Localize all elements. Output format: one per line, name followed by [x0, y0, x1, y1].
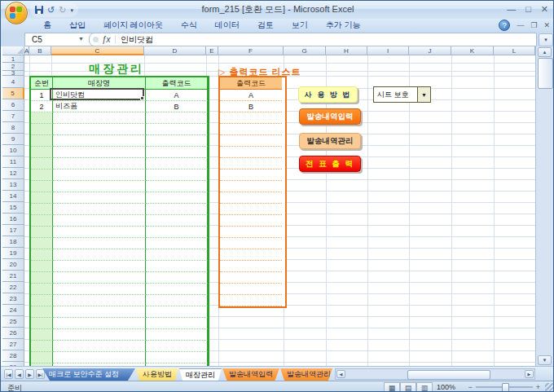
ribbon-tab-데이터[interactable]: 데이터: [215, 20, 240, 31]
cell-B22[interactable]: [31, 284, 53, 295]
horizontal-scrollbar-thumb[interactable]: [407, 370, 490, 380]
qat-more-icon[interactable]: ▾: [70, 6, 73, 15]
code-cell-F6[interactable]: B: [220, 101, 282, 112]
row-header-17[interactable]: 17: [2, 225, 24, 236]
ribbon-tab-추가 기능[interactable]: 추가 기능: [326, 20, 361, 31]
row-header-12[interactable]: 12: [2, 168, 24, 179]
ribbon-tab-수식[interactable]: 수식: [181, 20, 197, 31]
cell-D17[interactable]: [146, 227, 208, 238]
code-cell-F14[interactable]: [220, 192, 282, 204]
row-header-27[interactable]: 27: [2, 339, 24, 350]
column-header-L[interactable]: L: [494, 46, 535, 55]
cell-B18[interactable]: [31, 238, 53, 249]
cell-D20[interactable]: [146, 261, 208, 272]
cell-D9[interactable]: [146, 135, 208, 147]
row-header-1[interactable]: 1: [2, 55, 24, 63]
scroll-right-icon[interactable]: ▶: [525, 370, 534, 378]
cell-C18[interactable]: [53, 238, 146, 249]
cell-D10[interactable]: [146, 147, 208, 158]
ribbon-tab-홈[interactable]: 홈: [43, 20, 51, 31]
cell-C11[interactable]: [53, 158, 146, 170]
ribbon-tab-보기[interactable]: 보기: [292, 20, 308, 31]
cell-D22[interactable]: [146, 284, 208, 295]
row-header-11[interactable]: 11: [2, 156, 24, 168]
dropdown-arrow-icon[interactable]: ▼: [417, 87, 430, 102]
cell-B17[interactable]: [31, 227, 53, 238]
cell-C12[interactable]: [53, 170, 146, 181]
cell-B7[interactable]: [31, 112, 53, 124]
row-header-13[interactable]: 13: [2, 179, 24, 191]
cell-C25[interactable]: [53, 318, 146, 329]
sheet-tab-사용방법[interactable]: 사용방법: [136, 368, 178, 381]
row-header-6[interactable]: 6: [2, 99, 24, 111]
slip-print-button[interactable]: 전 표 출 력: [299, 156, 361, 172]
row-header-19[interactable]: 19: [2, 248, 24, 259]
cell-B12[interactable]: [31, 170, 53, 181]
column-header-C[interactable]: C: [51, 46, 144, 55]
cell-B16[interactable]: [31, 215, 53, 227]
sheet-tab-발송내역관리[interactable]: 발송내역관리: [280, 368, 332, 381]
column-header-E[interactable]: E: [206, 46, 218, 55]
formula-bar[interactable]: ƒx 인비닷컴: [89, 33, 537, 46]
close-button[interactable]: ✕: [541, 4, 548, 15]
resize-grip[interactable]: [545, 383, 553, 391]
cell-B6[interactable]: 2: [31, 101, 53, 112]
code-cell-F9[interactable]: [220, 135, 282, 147]
row-header-7[interactable]: 7: [2, 111, 24, 122]
code-cell-F18[interactable]: [220, 238, 282, 249]
cell-C23[interactable]: [53, 295, 146, 306]
cell-C27[interactable]: [53, 341, 146, 352]
row-header-25[interactable]: 25: [2, 316, 24, 328]
workbook-minimize-button[interactable]: —: [517, 21, 524, 29]
vertical-scrollbar[interactable]: ▲ ▼: [535, 46, 553, 366]
sheet-tab-발송내역입력[interactable]: 발송내역입력: [222, 368, 279, 381]
scroll-up-icon[interactable]: ▲: [538, 47, 552, 57]
cell-B25[interactable]: [31, 318, 53, 329]
cell-C13[interactable]: [53, 181, 146, 192]
cell-D18[interactable]: [146, 238, 208, 249]
cell-C17[interactable]: [53, 227, 146, 238]
cell-B24[interactable]: [31, 306, 53, 318]
row-header-8[interactable]: 8: [2, 122, 24, 134]
cell-C22[interactable]: [53, 284, 146, 295]
cell-D7[interactable]: [146, 112, 208, 124]
cell-D6[interactable]: B: [146, 101, 208, 112]
cell-D12[interactable]: [146, 170, 208, 181]
select-all-corner[interactable]: [2, 46, 24, 55]
normal-view-icon[interactable]: ▦: [384, 382, 400, 392]
column-header-H[interactable]: H: [326, 46, 367, 55]
sheet-tab-매크로 보안수준 설정[interactable]: 매크로 보안수준 설정: [42, 368, 135, 381]
vertical-scrollbar-thumb[interactable]: [538, 58, 553, 89]
row-header-16[interactable]: 16: [2, 214, 24, 225]
cell-D24[interactable]: [146, 306, 208, 318]
sheet-protect-dropdown[interactable]: 시트 보호 ▼: [373, 86, 431, 103]
cell-D27[interactable]: [146, 341, 208, 352]
horizontal-scrollbar[interactable]: ◀ ▶: [335, 368, 535, 380]
cell-D5[interactable]: A: [146, 90, 208, 101]
row-header-23[interactable]: 23: [2, 293, 24, 305]
code-cell-F11[interactable]: [220, 158, 282, 170]
column-header-J[interactable]: J: [409, 46, 451, 55]
cell-C8[interactable]: [53, 124, 146, 135]
cell-C21[interactable]: [53, 272, 146, 284]
zoom-in-icon[interactable]: +: [536, 383, 540, 391]
cell-B10[interactable]: [31, 147, 53, 158]
cell-B9[interactable]: [31, 135, 53, 147]
cell-C16[interactable]: [53, 215, 146, 227]
next-sheet-icon[interactable]: ▶: [25, 369, 34, 379]
workbook-close-button[interactable]: ✕: [543, 21, 550, 29]
insert-function-icon[interactable]: ƒx: [102, 35, 116, 44]
office-button[interactable]: [5, 2, 28, 24]
cell-C9[interactable]: [53, 135, 146, 147]
zoom-level[interactable]: 100%: [437, 383, 455, 391]
column-header-I[interactable]: I: [367, 46, 409, 55]
cell-B23[interactable]: [31, 295, 53, 306]
zoom-slider-thumb[interactable]: [502, 383, 509, 392]
cell-B27[interactable]: [31, 341, 53, 352]
maximize-button[interactable]: □: [525, 4, 531, 15]
help-icon[interactable]: ?: [499, 20, 510, 31]
sheet-tab-매장관리[interactable]: 매장관리: [179, 368, 222, 381]
cell-D16[interactable]: [146, 215, 208, 227]
row-header-24[interactable]: 24: [2, 305, 24, 316]
worksheet-grid[interactable]: ABCDEFGHIJKL 123456789101112131415161718…: [1, 46, 535, 366]
